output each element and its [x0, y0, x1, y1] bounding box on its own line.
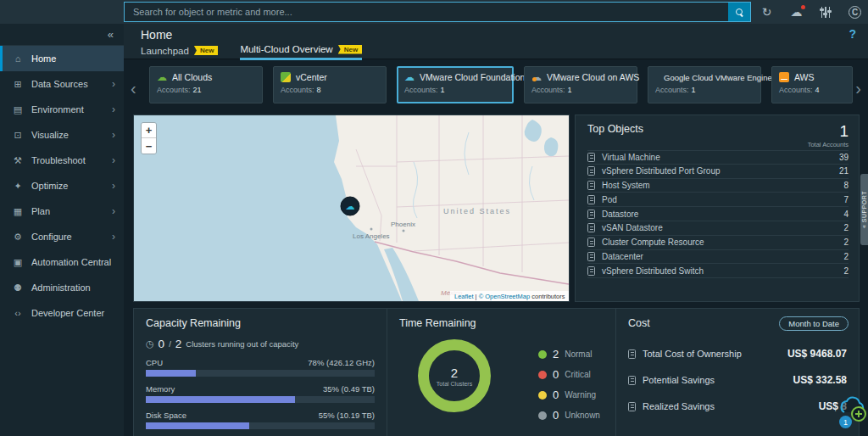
sidebar-item-visualize[interactable]: ⊡ Visualize › — [0, 122, 124, 148]
aws-icon — [779, 72, 789, 82]
total-accounts-label: Total Accounts — [808, 141, 849, 148]
tab-label: Multi-Cloud Overview — [240, 44, 332, 54]
cpu-bar-track — [146, 370, 375, 377]
cloud-card-vcenter[interactable]: vCenter Accounts:8 — [273, 66, 387, 103]
marker-cloud-icon: ☁ — [346, 201, 355, 211]
sidebar-item-administration[interactable]: ⚉ Administration — [0, 275, 124, 300]
sidebar-item-developer-center[interactable]: ‹› Developer Center — [0, 300, 124, 326]
time-remaining-legend: 2Normal 0Critical 0Warning 0Unknown — [538, 348, 600, 422]
row-label: vSphere Distributed Port Group — [602, 166, 721, 176]
cloud-card-google-cloud-vmware-engine[interactable]: Google Cloud VMware Engine Accounts:1 — [648, 66, 761, 103]
total-accounts-value: 1 — [808, 123, 849, 139]
scroll-left-icon[interactable]: ‹ — [131, 79, 136, 98]
sidebar-item-data-sources[interactable]: ⊞ Data Sources › — [0, 71, 124, 97]
accounts-count: 8 — [317, 86, 321, 94]
accounts-label: Accounts: — [157, 86, 191, 94]
bar-label: Disk Space — [146, 411, 186, 420]
cloud-card-all-clouds[interactable]: ☁All Clouds Accounts:21 — [149, 66, 263, 103]
top-object-row-datastore[interactable]: Datastore4 — [587, 207, 849, 221]
assistant-badge: 1 — [839, 416, 852, 428]
locations-map[interactable]: United States Los Angeles Phoenix México… — [133, 115, 570, 302]
virtual-machine-icon — [587, 153, 595, 162]
support-tab[interactable]: « SUPPORT — [860, 174, 868, 245]
top-object-row-virtual-machine[interactable]: Virtual Machine39 — [587, 150, 849, 165]
top-object-row-cluster-compute-resource[interactable]: Cluster Compute Resource2 — [587, 236, 849, 250]
top-object-row-vsan-datastore[interactable]: vSAN Datastore2 — [587, 221, 849, 236]
legend-count: 0 — [553, 368, 559, 381]
row-value: 2 — [843, 238, 849, 247]
row-value: 7 — [843, 195, 849, 204]
tab-launchpad[interactable]: Launchpad New — [141, 44, 218, 60]
sync-cloud-icon[interactable]: ☁ — [791, 6, 803, 18]
vmware-cloud-foundation-icon: ☁ — [404, 72, 415, 82]
top-object-row-distributed-switch[interactable]: vSphere Distributed Switch2 — [587, 264, 849, 278]
page-header: Home ? Launchpad New Multi-Cloud Overvie… — [124, 24, 868, 59]
cost-label: Realized Savings — [643, 401, 715, 411]
legend-unknown[interactable]: 0Unknown — [538, 409, 600, 422]
critical-dot — [538, 371, 547, 379]
distributed-switch-icon — [587, 266, 595, 276]
scroll-right-icon[interactable]: › — [855, 79, 861, 98]
chevron-right-icon: › — [112, 103, 115, 115]
legend-label: Warning — [565, 390, 596, 400]
los-angeles-dot — [370, 228, 373, 231]
sidebar-item-configure[interactable]: ⚙ Configure › — [0, 224, 124, 249]
capacity-bar-cpu: CPU78% (426.12 GHz) — [146, 358, 375, 377]
top-object-row-host-system[interactable]: Host System8 — [587, 179, 849, 193]
configure-icon: ⚙ — [12, 232, 24, 243]
bar-label: Memory — [146, 384, 175, 394]
sidebar-item-label: Automation Central — [31, 257, 111, 267]
row-label: Datastore — [602, 210, 638, 219]
calculator-icon — [628, 349, 636, 359]
assistant-widget[interactable]: 1 — [836, 394, 868, 428]
vcenter-icon — [281, 72, 291, 82]
tab-label: Launchpad — [141, 46, 189, 56]
legend-normal[interactable]: 2Normal — [538, 348, 600, 361]
top-objects-title: Top Objects — [587, 123, 643, 148]
search-button[interactable] — [728, 3, 750, 21]
refresh-icon[interactable]: ↻ — [762, 6, 772, 18]
legend-critical[interactable]: 0Critical — [538, 368, 600, 381]
cloud-card-vmware-cloud-on-aws[interactable]: ☁VMware Cloud on AWS Accounts:1 — [524, 66, 637, 103]
cloud-card-vmware-cloud-foundation[interactable]: ☁VMware Cloud Foundation Accounts:1 — [397, 66, 514, 103]
tab-multi-cloud-overview[interactable]: Multi-Cloud Overview New — [240, 44, 362, 60]
help-icon[interactable]: ? — [849, 27, 856, 41]
clusters-out-count: 0 — [159, 338, 165, 350]
user-avatar[interactable]: C — [849, 6, 861, 19]
top-object-row-port-group[interactable]: vSphere Distributed Port Group21 — [587, 165, 849, 179]
plan-icon: ▦ — [12, 206, 24, 217]
sidebar-item-plan[interactable]: ▦ Plan › — [0, 198, 124, 224]
top-object-row-pod[interactable]: Pod7 — [587, 193, 849, 207]
sidebar-item-label: Plan — [31, 206, 50, 216]
cost-row-total-cost-of-ownership: Total Cost of OwnershipUS$ 9468.07 — [628, 348, 847, 360]
map-attribution[interactable]: Leaflet | © OpenStreetMap contributors — [454, 293, 565, 300]
legend-warning[interactable]: 0Warning — [538, 388, 600, 401]
accounts-count: 1 — [441, 86, 445, 94]
top-object-row-datacenter[interactable]: Datacenter2 — [587, 250, 849, 265]
host-system-icon — [587, 181, 595, 190]
accounts-count: 1 — [692, 86, 696, 94]
filters-icon[interactable] — [821, 7, 831, 18]
row-value: 2 — [843, 266, 849, 276]
cost-label: Potential Savings — [643, 375, 715, 385]
chevron-right-icon: › — [112, 180, 115, 192]
sidebar-collapse-button[interactable]: « — [0, 24, 124, 46]
cluster-marker[interactable]: ☁ — [341, 197, 359, 215]
sidebar-item-troubleshoot[interactable]: ⚒ Troubleshoot › — [0, 148, 124, 173]
month-to-date-button[interactable]: Month to Date — [779, 316, 849, 331]
sidebar-item-automation-central[interactable]: ▣ Automation Central — [0, 249, 124, 275]
sidebar-item-environment[interactable]: ▤ Environment › — [0, 97, 124, 122]
global-search — [124, 2, 751, 22]
sidebar-item-label: Troubleshoot — [31, 155, 86, 165]
search-input[interactable] — [125, 3, 728, 21]
zoom-out-button[interactable]: − — [142, 138, 156, 154]
capacity-bar-memory: Memory35% (0.49 TB) — [146, 384, 375, 403]
row-value: 39 — [839, 153, 849, 162]
sidebar-item-home[interactable]: ⌂ Home — [0, 46, 124, 71]
sidebar-item-optimize[interactable]: ✦ Optimize › — [0, 173, 124, 198]
cloud-card-aws[interactable]: AWS Accounts:4 — [771, 66, 853, 103]
row-value: 4 — [843, 210, 849, 219]
top-objects-panel: Top Objects 1 Total Accounts Virtual Mac… — [575, 115, 860, 302]
zoom-in-button[interactable]: + — [142, 123, 156, 138]
vsan-datastore-icon — [587, 223, 595, 232]
